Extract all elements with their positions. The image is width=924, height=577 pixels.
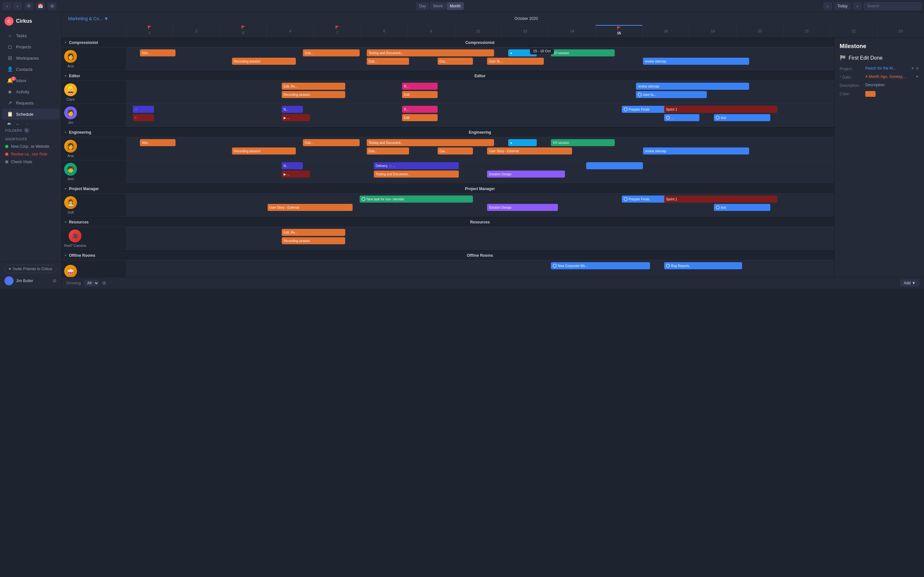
task-bar[interactable]: Recording session (232, 58, 296, 65)
date-col-3: 🚩 5 (220, 25, 267, 37)
task-bar[interactable]: New task for non- member (360, 195, 473, 203)
task-bar[interactable]: R... (402, 83, 437, 90)
collapse-resources-icon[interactable]: ▼ (64, 221, 67, 224)
forward-button[interactable]: › (13, 2, 22, 10)
collapse-pm-icon[interactable]: ▼ (64, 187, 67, 190)
collapse-engineering-icon[interactable]: ▼ (64, 131, 67, 134)
collapse-editor-icon[interactable]: ▼ (64, 74, 67, 77)
showing-select[interactable]: All (84, 280, 99, 286)
task-bar[interactable]: User Story - External (268, 204, 352, 211)
milestone-description-label: Description: (840, 83, 865, 88)
sidebar-item-schedule[interactable]: 📋 Schedule (2, 109, 59, 119)
task-bar[interactable]: ◌ (133, 106, 154, 113)
task-bar[interactable]: Testing and Document... (374, 171, 459, 177)
task-bar[interactable]: Recording session (282, 91, 346, 98)
month-view-button[interactable]: Month (447, 2, 464, 10)
task-bar[interactable]: N... (282, 106, 303, 113)
task-bar[interactable]: ▶ ... (282, 114, 310, 121)
task-bar[interactable]: ● (508, 139, 536, 146)
flag-1-icon: 🚩 (148, 26, 152, 29)
task-bar[interactable]: Testing and Document... (367, 49, 494, 56)
task-bar[interactable]: Dub... (303, 49, 360, 56)
day-view-button[interactable]: Day (416, 2, 429, 10)
group-editor-left: ▼ Editor (61, 71, 126, 81)
task-bar[interactable]: N... (282, 162, 303, 169)
project-dropdown-button[interactable]: ▼ (911, 66, 914, 70)
sidebar-item-requests[interactable]: ↗ Requests (2, 97, 59, 108)
task-bar[interactable]: clare ta... (636, 91, 707, 98)
shortcut-item-review[interactable]: Review ca...ctor Role (0, 150, 61, 158)
sidebar-item-inbox[interactable]: 🔔 Inbox 2 (2, 75, 59, 86)
date-dropdown-button[interactable]: ▼ (915, 75, 919, 79)
clare-cell: 👱‍♀️ Clare (64, 83, 77, 101)
gantt-scroll[interactable]: ▼ Compressionist Compressionist 👩 (61, 38, 834, 277)
collapse-compressionist-icon[interactable]: ▼ (64, 41, 67, 44)
task-bar[interactable]: Edit (402, 91, 437, 98)
task-bar[interactable]: ▶ ... (282, 171, 310, 177)
task-bar[interactable]: Dub... (303, 139, 360, 146)
task-bar[interactable]: Wor... (140, 139, 175, 146)
user-settings-button[interactable]: ⚙ (53, 278, 57, 284)
task-bar[interactable]: R... (402, 106, 437, 113)
sidebar-item-workspaces[interactable]: ⊟ Workspaces (2, 53, 59, 63)
task-bar[interactable]: ... (664, 114, 699, 121)
prev-month-button[interactable]: ‹ (823, 2, 832, 10)
grid-icon-button[interactable]: ⊞ (47, 2, 57, 10)
task-bar[interactable]: Wor... (140, 49, 175, 56)
task-bar[interactable]: Edit, Re... (282, 229, 346, 236)
sidebar-item-contacts[interactable]: 👤 Contacts (2, 64, 59, 75)
task-bar[interactable]: review sitemap (643, 147, 749, 155)
project-settings-button[interactable]: ⚙ (916, 66, 919, 71)
task-bar[interactable]: Dub... (367, 147, 409, 155)
task-bar[interactable] (586, 162, 643, 169)
task-bar[interactable]: Edit (402, 114, 437, 121)
task-bar[interactable]: Gra... (438, 147, 473, 155)
project-select[interactable]: Marketing & Co... ▼ (68, 16, 108, 21)
add-label: Add (904, 281, 911, 285)
sidebar-item-search[interactable]: 🔍 Search (2, 120, 59, 125)
task-bar[interactable]: Recording session (232, 147, 296, 155)
shortcut-item-new-corp[interactable]: New Corp...te Website (0, 143, 61, 150)
task-bar[interactable]: Sprint 1 (664, 195, 777, 203)
task-bar[interactable]: Bug Reports, (664, 262, 742, 269)
task-bar[interactable]: Testing and Document... (367, 139, 494, 146)
task-bar[interactable]: Recording session (282, 237, 346, 244)
back-button[interactable]: ‹ (3, 2, 11, 10)
task-bar[interactable]: Dub... (367, 58, 409, 65)
filter-circle-button[interactable]: ⊕ (102, 280, 106, 286)
task-bar[interactable]: New Corporate We... (551, 262, 650, 269)
task-bar[interactable]: VO session (551, 49, 615, 56)
task-bar[interactable]: VO session (551, 139, 615, 146)
milestone-description-value[interactable]: Description (865, 83, 919, 87)
task-bar[interactable]: Delivery, ◌ ... (374, 162, 459, 169)
today-button[interactable]: Today (834, 2, 851, 10)
task-bar[interactable]: Edit, Re... (282, 83, 346, 90)
milestone-color-swatch[interactable] (865, 91, 876, 97)
calendar-icon-button[interactable]: 📅 (36, 2, 45, 10)
task-bar[interactable]: review sitemap (643, 58, 749, 65)
circle-icon (638, 93, 642, 97)
task-bar[interactable]: Solution Design (487, 171, 565, 177)
task-bar[interactable]: Solution Design (487, 204, 558, 211)
invite-button[interactable]: ♥ Invite Friends to Cirkus (5, 265, 57, 273)
task-bar[interactable]: User Story - External (487, 147, 572, 155)
filter-icon-button[interactable]: ⚙ (24, 2, 33, 10)
search-input[interactable] (864, 2, 921, 10)
next-month-button[interactable]: › (853, 2, 862, 10)
task-bar[interactable]: test (714, 204, 771, 211)
add-folder-button[interactable]: + (24, 128, 29, 133)
task-bar[interactable]: ○ (133, 114, 154, 121)
task-bar[interactable]: test (714, 114, 771, 121)
collapse-offline-icon[interactable]: ▼ (64, 254, 67, 257)
sidebar-item-projects[interactable]: ◻ Projects (2, 41, 59, 52)
ana-comp-avatar: 👩 (64, 50, 77, 63)
sidebar-item-activity[interactable]: ◈ Activity (2, 86, 59, 97)
shortcut-item-visas[interactable]: Check Visas (0, 158, 61, 166)
sidebar-item-tasks[interactable]: ○ Tasks (2, 31, 59, 41)
task-bar[interactable]: User St... (487, 58, 544, 65)
add-bottom-button[interactable]: Add ▼ (900, 279, 919, 287)
task-bar[interactable]: review sitemap (636, 83, 749, 90)
task-bar[interactable]: Sprint 1 (664, 106, 777, 113)
week-view-button[interactable]: Week (430, 2, 446, 10)
task-bar[interactable]: Gra... (438, 58, 473, 65)
